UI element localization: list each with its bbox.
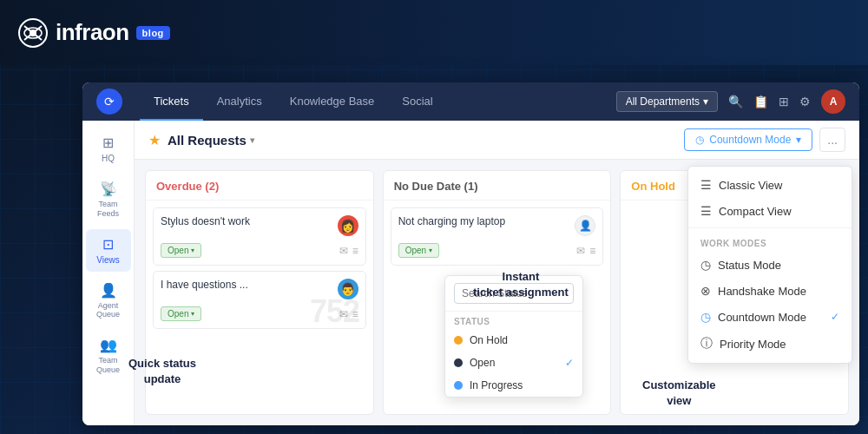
view-item-compact[interactable]: ☰ Compact View xyxy=(688,198,852,224)
toolbar: ★ All Requests ▾ ◷ Countdown Mode ▾ ... xyxy=(135,121,859,160)
nav-tab-knowledge[interactable]: Knowledge Base xyxy=(276,82,389,121)
settings-icon[interactable]: ⚙ xyxy=(799,95,811,108)
title-dropdown-arrow[interactable]: ▾ xyxy=(250,135,254,145)
nav-tabs: Tickets Analytics Knowledge Base Social xyxy=(140,82,616,121)
nav-tab-tickets[interactable]: Tickets xyxy=(140,82,203,121)
page-title: All Requests ▾ xyxy=(168,133,254,148)
status-badge[interactable]: Open ▾ xyxy=(161,243,201,258)
search-icon[interactable]: 🔍 xyxy=(728,95,743,108)
dept-arrow: ▾ xyxy=(703,95,708,108)
avatar-face: 👨 xyxy=(340,282,355,296)
view-dropdown: ☰ Classic View ☰ Compact View WORK MODES… xyxy=(687,166,852,364)
nav-bar: ⟳ Tickets Analytics Knowledge Base Socia… xyxy=(82,82,859,121)
star-icon[interactable]: ★ xyxy=(148,132,161,148)
priority-mode-label: Priority Mode xyxy=(720,338,786,351)
sidebar-item-hq[interactable]: ⊞ HQ xyxy=(86,128,131,170)
countdown-mode-label: Countdown Mode xyxy=(718,311,806,324)
nav-logo: ⟳ xyxy=(96,89,122,115)
countdown-mode-button[interactable]: ◷ Countdown Mode ▾ xyxy=(684,128,812,151)
ticket-icon-list: ≡ xyxy=(352,245,358,257)
main-content: ★ All Requests ▾ ◷ Countdown Mode ▾ ... xyxy=(135,121,859,425)
dept-label: All Departments xyxy=(626,95,700,108)
on-hold-dot xyxy=(454,336,463,345)
status-item-open[interactable]: Open ✓ xyxy=(445,352,582,374)
ticket-title: Not charging my laptop xyxy=(398,215,570,227)
view-item-countdown-mode[interactable]: ◷ Countdown Mode ✓ xyxy=(688,304,852,330)
sidebar-item-team-feeds[interactable]: 📡 TeamFeeds xyxy=(86,174,131,226)
status-badge[interactable]: Open ▾ xyxy=(161,306,201,321)
agent-queue-icon: 👤 xyxy=(100,282,117,299)
status-badge[interactable]: Open ▾ xyxy=(398,243,439,258)
countdown-check-icon: ✓ xyxy=(831,311,839,323)
status-dropdown: STATUS On Hold Open ✓ In Progress xyxy=(444,275,583,398)
ticket-icon-mail: ✉ xyxy=(339,245,348,257)
ticket-icon-list: ≡ xyxy=(589,245,595,257)
status-text: Open xyxy=(168,309,188,319)
toolbar-right: ◷ Countdown Mode ▾ ... xyxy=(684,128,845,152)
views-icon: ⊡ xyxy=(102,236,114,253)
team-queue-icon: 👥 xyxy=(100,337,117,353)
ticket-icons: ✉ ≡ xyxy=(339,245,358,257)
status-mode-icon: ◷ xyxy=(700,258,711,272)
status-search-input[interactable] xyxy=(454,283,574,304)
ticket-top: I have questions ... 👨 xyxy=(161,279,358,299)
avatar-face: 👩 xyxy=(340,219,355,233)
status-arrow: ▾ xyxy=(429,247,432,254)
ticket-top: Not charging my laptop 👤 xyxy=(398,215,596,236)
ticket-footer: Open ▾ ✉ ≡ xyxy=(161,306,358,321)
team-feeds-icon: 📡 xyxy=(100,181,117,197)
sidebar-label-views: Views xyxy=(96,255,120,265)
ticket-icons: ✉ ≡ xyxy=(576,245,595,257)
logo-area: infraon blog xyxy=(17,17,170,49)
ticket-card[interactable]: Not charging my laptop 👤 Open ▾ xyxy=(391,207,604,266)
sidebar-label-team-feeds: TeamFeeds xyxy=(97,200,119,219)
view-item-status-mode[interactable]: ◷ Status Mode xyxy=(688,252,852,278)
handshake-mode-icon: ⊗ xyxy=(700,284,711,298)
status-item-label: In Progress xyxy=(470,379,523,391)
department-selector[interactable]: All Departments ▾ xyxy=(616,91,718,112)
ticket-title: Stylus doesn't work xyxy=(161,215,332,227)
ticket-top: Stylus doesn't work 👩 xyxy=(161,215,358,236)
status-item-label: Open xyxy=(470,357,495,369)
col-items-overdue: Stylus doesn't work 👩 Open ▾ xyxy=(146,201,373,414)
sidebar-label-agent-queue: AgentQueue xyxy=(96,301,120,320)
nav-tab-analytics[interactable]: Analytics xyxy=(203,82,276,121)
sidebar: ⊞ HQ 📡 TeamFeeds ⊡ Views 👤 AgentQueue 👥 … xyxy=(82,121,135,425)
status-item-in-progress[interactable]: In Progress xyxy=(445,374,582,397)
avatar[interactable]: A xyxy=(821,89,845,114)
more-options-button[interactable]: ... xyxy=(819,128,845,152)
in-progress-dot xyxy=(454,381,463,390)
status-text: Open xyxy=(405,246,426,255)
handshake-mode-label: Handshake Mode xyxy=(718,285,806,298)
nav-logo-icon: ⟳ xyxy=(104,95,115,108)
classic-view-icon: ☰ xyxy=(700,178,712,192)
countdown-label: Countdown Mode xyxy=(709,134,791,146)
ticket-card[interactable]: I have questions ... 👨 Open ▾ xyxy=(153,271,366,329)
status-item-on-hold[interactable]: On Hold xyxy=(445,329,582,352)
compact-view-label: Compact View xyxy=(719,205,792,218)
sidebar-item-team-queue[interactable]: 👥 TeamQueue xyxy=(86,330,131,382)
ticket-avatar: 👨 xyxy=(338,279,358,299)
countdown-dropdown-arrow: ▾ xyxy=(796,134,801,146)
status-arrow: ▾ xyxy=(191,310,194,318)
ticket-avatar-unassigned: 👤 xyxy=(575,215,595,236)
compact-view-icon: ☰ xyxy=(700,204,712,218)
view-item-handshake-mode[interactable]: ⊗ Handshake Mode xyxy=(688,278,852,304)
ticket-card[interactable]: Stylus doesn't work 👩 Open ▾ xyxy=(153,207,366,266)
logo-icon xyxy=(17,17,49,49)
sidebar-item-views[interactable]: ⊡ Views xyxy=(86,229,131,272)
sidebar-item-agent-queue[interactable]: 👤 AgentQueue xyxy=(86,275,131,327)
nav-tab-social[interactable]: Social xyxy=(388,82,446,121)
priority-mode-icon: ⓘ xyxy=(700,336,713,352)
check-icon: ✓ xyxy=(565,357,574,369)
view-divider xyxy=(688,227,852,228)
grid-icon[interactable]: ⊞ xyxy=(779,95,789,108)
calendar-icon[interactable]: 📋 xyxy=(753,95,768,108)
view-item-priority-mode[interactable]: ⓘ Priority Mode xyxy=(688,330,852,358)
ticket-footer: Open ▾ ✉ ≡ xyxy=(398,243,596,258)
status-text: Open xyxy=(168,246,188,255)
view-item-classic[interactable]: ☰ Classic View xyxy=(688,172,852,198)
main-app: ⟳ Tickets Analytics Knowledge Base Socia… xyxy=(82,82,859,425)
open-dot xyxy=(454,358,463,367)
countdown-clock-icon: ◷ xyxy=(695,134,704,146)
